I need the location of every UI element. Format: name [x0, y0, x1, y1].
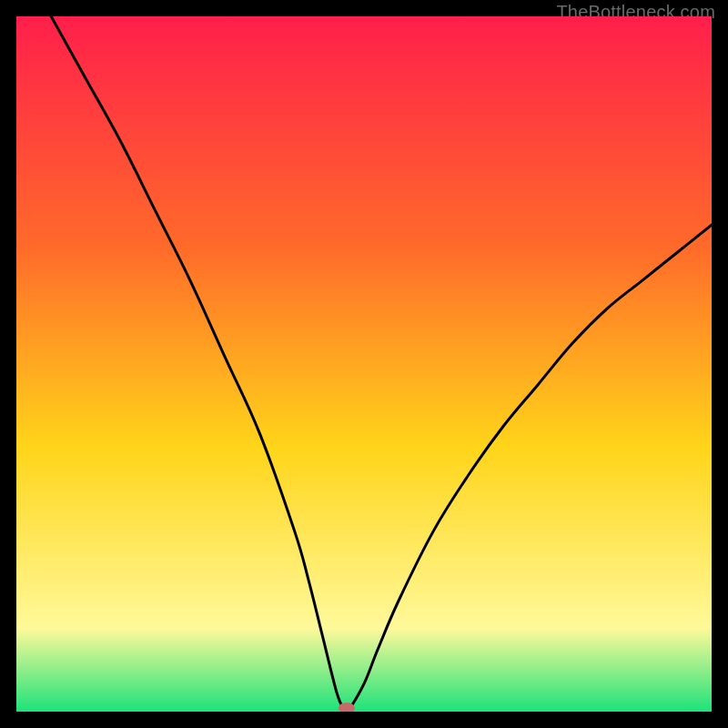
chart-container: TheBottleneck.com	[0, 0, 728, 728]
gradient-background	[16, 16, 712, 712]
plot-area	[16, 16, 712, 712]
bottleneck-chart	[16, 16, 712, 712]
